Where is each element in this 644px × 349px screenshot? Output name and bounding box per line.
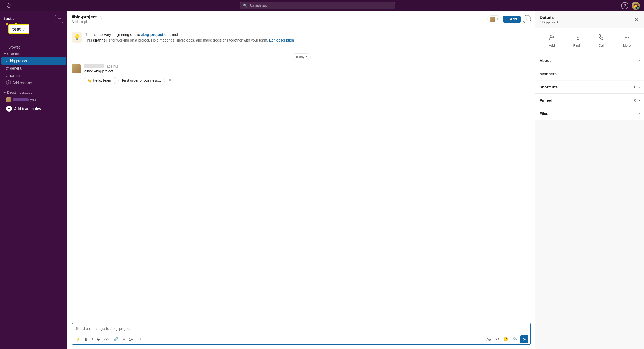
dm-username-blur [13,98,29,101]
compose-button[interactable]: ✏ [55,15,63,23]
strikethrough-button[interactable]: S [95,336,101,343]
divider-line-left [72,57,289,57]
edit-description-link[interactable]: Edit description [269,38,294,42]
help-button[interactable]: ? [621,2,628,9]
channel-link[interactable]: #big-project [141,32,163,37]
add-channels-icon: + [6,80,11,85]
lightbulb-icon: 💡 [72,32,82,43]
messages-area: 💡 This is the very beginning of the #big… [67,27,535,323]
message-avatar [72,64,81,73]
sidebar-item-random[interactable]: # random [1,72,66,79]
collapse-channels-icon: ▾ [4,52,6,56]
italic-button[interactable]: I [90,336,94,343]
mention-button[interactable]: @ [494,336,501,343]
details-section-about[interactable]: About › [535,54,644,67]
channel-beginning: 💡 This is the very beginning of the #big… [72,32,531,48]
members-label: Members [539,72,634,76]
search-bar[interactable]: 🔍 [240,2,395,9]
sidebar-item-general[interactable]: # general [1,65,66,72]
details-subtitle: # big-project [539,20,633,24]
emoji-button[interactable]: 🙂 [502,336,510,343]
details-title-group: Details # big-project [539,15,633,24]
star-icon[interactable]: ☆ [99,15,102,20]
details-section-files[interactable]: Files › [535,107,644,120]
details-find-action[interactable]: Find [569,32,584,50]
channel-topic[interactable]: Add a topic [72,20,485,24]
more-action-label: More [623,44,631,47]
members-count: 1 [496,17,498,21]
sidebar-dm-you[interactable]: you [1,96,66,104]
list-numbered-button[interactable]: 1≡ [127,336,135,343]
close-details-button[interactable]: ✕ [633,16,640,24]
attach-button[interactable]: 📎 [511,336,519,343]
channel-header: #big-project ☆ Add a topic 1 + Add i [67,11,535,27]
bold-button[interactable]: B [83,336,89,343]
channel-name: #big-project [72,15,97,20]
indent-button[interactable]: ⇥ [136,336,143,343]
message-toolbar: ⚡ B I S </> 🔗 ≡ 1≡ ⇥ Aa @ 🙂 📎 [72,334,530,344]
members-pill[interactable]: 1 [487,15,501,23]
details-title: Details [539,15,633,20]
channels-section-header[interactable]: ▾ Channels [0,50,67,57]
channel-header-actions: 1 + Add i [487,15,531,23]
details-header: Details # big-project ✕ [535,11,644,28]
about-chevron-icon: › [638,58,640,63]
add-teammates-button[interactable]: + Add teammates [1,104,66,114]
details-more-action[interactable]: More [619,32,635,50]
message-input-area: ⚡ B I S </> 🔗 ≡ 1≡ ⇥ Aa @ 🙂 📎 [67,323,535,349]
sidebar-item-big-project[interactable]: # big-project [1,57,66,65]
svg-point-9 [626,37,627,38]
user-avatar[interactable]: 🧑 [632,2,640,10]
add-teammates-icon: + [6,106,12,112]
lightning-button[interactable]: ⚡ [74,336,82,343]
code-button[interactable]: </> [102,336,111,343]
link-button[interactable]: 🔗 [112,336,120,343]
search-icon: 🔍 [243,4,247,8]
beginning-text: This is the very beginning of the #big-p… [85,32,294,43]
send-button[interactable]: ➤ [520,335,528,343]
details-section-shortcuts[interactable]: Shortcuts 0 › [535,81,644,94]
channel-title-row: #big-project ☆ [72,15,485,20]
dm-avatar-face [6,97,11,102]
close-chips-button[interactable]: ✕ [167,78,173,83]
desc-bold: channel [93,38,107,42]
message-input[interactable] [72,323,530,334]
shortcuts-label: Shortcuts [539,85,634,89]
text-format-button[interactable]: Aa [485,336,493,343]
sidebar: test ∨ test ∨ ✏ ⠿ [0,11,67,349]
details-call-action[interactable]: Call [594,32,609,50]
chip-business[interactable]: First order of business... [118,77,165,84]
call-icon [598,34,605,42]
chip-hello[interactable]: 👋 Hello, team! [84,77,116,84]
add-channels-item[interactable]: + Add channels [1,79,66,86]
dm-avatar [6,97,11,102]
list-bullet-button[interactable]: ≡ [121,336,127,343]
date-badge[interactable]: Today ▾ [292,53,311,60]
dm-section-header[interactable]: ▾ Direct messages [0,89,67,96]
members-chevron-icon: › [638,71,640,77]
details-section-pinned[interactable]: Pinned 0 › [535,94,644,107]
message-author-blur [84,64,104,68]
svg-point-0 [550,35,552,37]
history-button[interactable]: ⏱ [4,2,13,10]
members-avatar-img [490,17,495,22]
sidebar-browse[interactable]: ⠿ Browse [0,44,67,50]
pinned-label: Pinned [539,98,634,102]
hash-icon: # [6,73,9,78]
add-button[interactable]: + Add [503,16,521,23]
details-add-action[interactable]: Add [545,32,559,50]
message-content: 8:28 PM joined #big-project. [84,64,531,73]
workspace-name[interactable]: test ∨ [4,16,15,21]
add-action-label: Add [549,44,555,47]
details-actions: Add Find [535,28,644,54]
info-button[interactable]: i [523,15,531,23]
details-section-members[interactable]: Members 1 › [535,67,644,80]
message-avatar-img [72,64,81,73]
svg-point-8 [625,37,626,38]
search-input[interactable] [250,4,392,8]
details-panel: Details # big-project ✕ [535,11,644,349]
workspace-chevron: ∨ [12,17,15,20]
shortcuts-count: 0 [634,85,636,89]
members-avatar [490,17,495,22]
svg-line-7 [579,39,579,40]
